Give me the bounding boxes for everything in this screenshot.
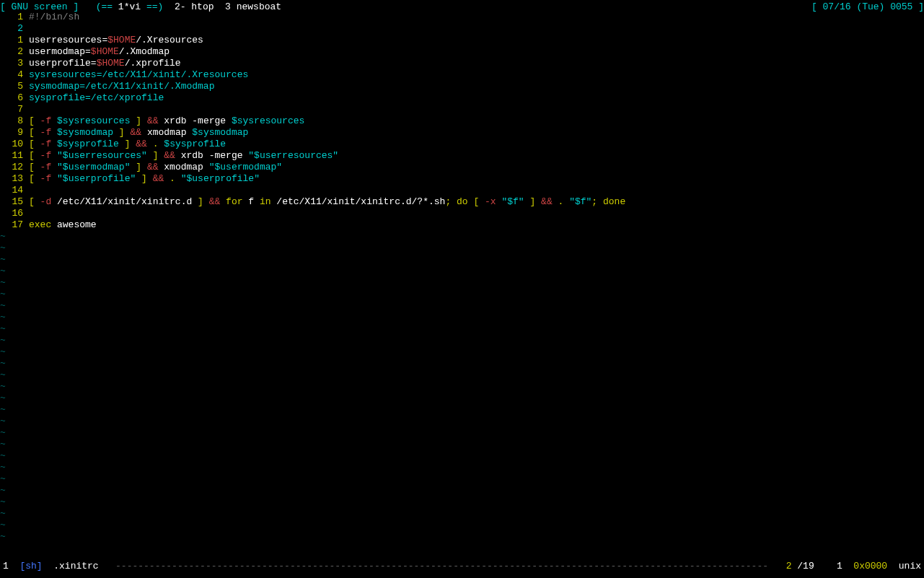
line-number-gutter: 16	[0, 208, 29, 219]
code-line[interactable]: 17exec awesome	[0, 219, 924, 231]
screen-clock: [ 07/16 (Tue) 0055 ]	[811, 1, 924, 10]
vi-status-line: 1 [sh] .xinitrc ------------------------…	[0, 561, 924, 572]
empty-line-tilde: ~	[0, 439, 924, 450]
active-window: 1*vi	[118, 1, 141, 12]
line-number-gutter: 11	[0, 150, 29, 162]
line-number-gutter: 12	[0, 162, 29, 173]
screen-label: GNU screen	[12, 1, 68, 12]
code-content[interactable]: usermodmap=$HOME/.Xmodmap	[29, 46, 924, 58]
code-content[interactable]: sysresources=/etc/X11/xinit/.Xresources	[29, 69, 924, 81]
code-line[interactable]: 16	[0, 208, 924, 219]
code-line[interactable]: 4sysresources=/etc/X11/xinit/.Xresources	[0, 69, 924, 81]
code-content[interactable]: [ -f $sysmodmap ] && xmodmap $sysmodmap	[29, 127, 924, 139]
bracket-close: ]	[68, 1, 79, 12]
code-content[interactable]	[29, 23, 924, 35]
empty-line-tilde: ~	[0, 312, 924, 323]
line-number-gutter: 1	[0, 12, 29, 23]
code-content[interactable]: [ -f $sysresources ] && xrdb -merge $sys…	[29, 115, 924, 127]
column: 1	[837, 561, 842, 572]
empty-line-tilde: ~	[0, 473, 924, 485]
code-line[interactable]: 3userprofile=$HOME/.xprofile	[0, 58, 924, 69]
code-line[interactable]: 1userresources=$HOME/.Xresources	[0, 35, 924, 46]
code-line[interactable]: 7	[0, 104, 924, 115]
code-line[interactable]: 2usermodmap=$HOME/.Xmodmap	[0, 46, 924, 58]
code-content[interactable]: userresources=$HOME/.Xresources	[29, 35, 924, 46]
empty-line-tilde: ~	[0, 242, 924, 254]
code-content[interactable]: userprofile=$HOME/.xprofile	[29, 58, 924, 69]
line-number-gutter: 6	[0, 92, 29, 104]
empty-line-tilde: ~	[0, 266, 924, 277]
empty-line-tilde: ~	[0, 508, 924, 520]
empty-line-tilde: ~	[0, 323, 924, 335]
code-line[interactable]: 10[ -f $sysprofile ] && . $sysprofile	[0, 139, 924, 150]
code-line[interactable]: 15[ -d /etc/X11/xinit/xinitrc.d ] && for…	[0, 196, 924, 208]
line-number: 2	[786, 561, 792, 572]
code-line[interactable]: 9[ -f $sysmodmap ] && xmodmap $sysmodmap	[0, 127, 924, 139]
empty-line-tilde: ~	[0, 393, 924, 404]
empty-line-tilde: ~	[0, 358, 924, 369]
code-content[interactable]: #!/bin/sh	[29, 12, 924, 23]
code-content[interactable]	[29, 185, 924, 196]
empty-line-tilde: ~	[0, 531, 924, 543]
empty-line-tilde: ~	[0, 427, 924, 439]
line-number-gutter: 7	[0, 104, 29, 115]
bracket-open: [	[0, 1, 12, 12]
line-number-gutter: 5	[0, 81, 29, 92]
empty-line-tilde: ~	[0, 346, 924, 358]
code-line[interactable]: 6sysprofile=/etc/xprofile	[0, 92, 924, 104]
filename: .xinitrc	[43, 561, 115, 572]
empty-line-tilde: ~	[0, 450, 924, 462]
code-content[interactable]: [ -f "$userresources" ] && xrdb -merge "…	[29, 150, 924, 162]
line-number-gutter: 1	[0, 35, 29, 46]
line-number-gutter: 3	[0, 58, 29, 69]
line-number-gutter: 13	[0, 173, 29, 185]
code-line[interactable]: 13[ -f "$userprofile" ] && . "$userprofi…	[0, 173, 924, 185]
empty-line-tilde: ~	[0, 416, 924, 427]
empty-line-tilde: ~	[0, 485, 924, 496]
filetype: sh	[25, 561, 37, 572]
code-content[interactable]	[29, 208, 924, 219]
empty-line-tilde: ~	[0, 520, 924, 531]
code-content[interactable]: sysprofile=/etc/xprofile	[29, 92, 924, 104]
code-content[interactable]	[29, 104, 924, 115]
code-line[interactable]: 5sysmodmap=/etc/X11/xinit/.Xmodmap	[0, 81, 924, 92]
empty-line-tilde: ~	[0, 277, 924, 289]
code-line[interactable]: 2	[0, 23, 924, 35]
empty-line-tilde: ~	[0, 254, 924, 266]
line-number-gutter: 14	[0, 185, 29, 196]
line-number-gutter: 10	[0, 139, 29, 150]
line-number-gutter: 2	[0, 46, 29, 58]
empty-line-tilde: ~	[0, 289, 924, 300]
window-htop: 2- htop	[163, 1, 214, 12]
editor-area[interactable]: 1#!/bin/sh21userresources=$HOME/.Xresour…	[0, 12, 924, 543]
code-line[interactable]: 1#!/bin/sh	[0, 12, 924, 23]
code-line[interactable]: 8[ -f $sysresources ] && xrdb -merge $sy…	[0, 115, 924, 127]
code-content[interactable]: [ -f $sysprofile ] && . $sysprofile	[29, 139, 924, 150]
code-line[interactable]: 12[ -f "$usermodmap" ] && xmodmap "$user…	[0, 162, 924, 173]
empty-line-tilde: ~	[0, 335, 924, 346]
line-number-gutter: 15	[0, 196, 29, 208]
line-number-gutter: 4	[0, 69, 29, 81]
line-number-gutter: 17	[0, 219, 29, 231]
code-content[interactable]: sysmodmap=/etc/X11/xinit/.Xmodmap	[29, 81, 924, 92]
code-content[interactable]: exec awesome	[29, 219, 924, 231]
empty-line-tilde: ~	[0, 462, 924, 473]
empty-line-tilde: ~	[0, 381, 924, 393]
separator-dashes: ----------------------------------------…	[115, 561, 769, 572]
line-number-gutter: 2	[0, 23, 29, 35]
code-content[interactable]: [ -f "$userprofile" ] && . "$userprofile…	[29, 173, 924, 185]
date-time: [ 07/16 (Tue) 0055 ]	[811, 1, 924, 12]
screen-windows-list: [ GNU screen ] (== 1*vi ==) 2- htop 3 ne…	[0, 1, 281, 10]
screen-status-bar: [ GNU screen ] (== 1*vi ==) 2- htop 3 ne…	[0, 0, 924, 12]
empty-line-tilde: ~	[0, 496, 924, 508]
code-content[interactable]: [ -f "$usermodmap" ] && xmodmap "$usermo…	[29, 162, 924, 173]
empty-line-tilde: ~	[0, 231, 924, 242]
empty-line-tilde: ~	[0, 300, 924, 312]
window-newsboat: 3 newsboat	[214, 1, 282, 12]
code-line[interactable]: 11[ -f "$userresources" ] && xrdb -merge…	[0, 150, 924, 162]
empty-line-tilde: ~	[0, 369, 924, 381]
code-line[interactable]: 14	[0, 185, 924, 196]
empty-line-tilde: ~	[0, 404, 924, 416]
file-format: unix	[899, 561, 921, 572]
code-content[interactable]: [ -d /etc/X11/xinit/xinitrc.d ] && for f…	[29, 196, 924, 208]
